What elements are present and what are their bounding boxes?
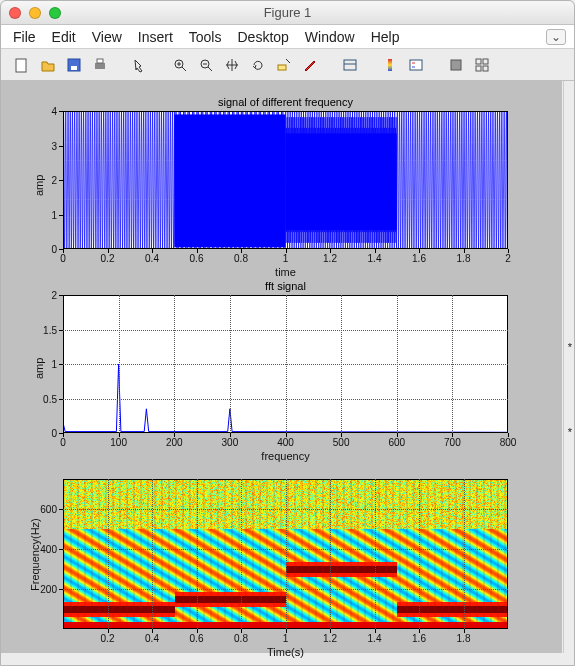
menu-overflow-icon[interactable]: ⌄: [546, 29, 566, 45]
svg-rect-20: [451, 60, 461, 70]
ylabel-signal: amp: [33, 175, 45, 196]
svg-rect-26: [286, 133, 397, 230]
legend-icon[interactable]: [405, 54, 427, 76]
svg-rect-16: [388, 59, 392, 71]
ylabel-fft: amp: [33, 358, 45, 379]
svg-rect-24: [483, 66, 488, 71]
arrow-icon[interactable]: [129, 54, 151, 76]
axes-fft[interactable]: fft signal 010020030040050060070080000.5…: [63, 295, 508, 433]
menu-window[interactable]: Window: [305, 29, 355, 45]
zoom-in-icon[interactable]: [169, 54, 191, 76]
print-icon[interactable]: [89, 54, 111, 76]
svg-rect-23: [476, 66, 481, 71]
svg-rect-22: [483, 59, 488, 64]
open-icon[interactable]: [37, 54, 59, 76]
brush-icon[interactable]: [299, 54, 321, 76]
data-cursor-icon[interactable]: [273, 54, 295, 76]
pan-icon[interactable]: [221, 54, 243, 76]
menubar: File Edit View Insert Tools Desktop Wind…: [1, 25, 574, 49]
xlabel-signal: time: [63, 266, 508, 278]
link-icon[interactable]: [339, 54, 361, 76]
svg-rect-17: [410, 60, 422, 70]
svg-line-13: [286, 59, 290, 63]
figure-window: Figure 1 File Edit View Insert Tools Des…: [0, 0, 575, 666]
right-gutter: * *: [563, 81, 574, 653]
signal-line: [63, 111, 508, 249]
svg-line-10: [208, 67, 212, 71]
axes-spectrogram[interactable]: 0.20.40.60.811.21.41.61.8200400600: [63, 479, 508, 629]
subplot-icon[interactable]: [471, 54, 493, 76]
svg-line-6: [182, 67, 186, 71]
new-figure-icon[interactable]: [11, 54, 33, 76]
svg-rect-0: [16, 59, 26, 72]
save-icon[interactable]: [63, 54, 85, 76]
menu-desktop[interactable]: Desktop: [237, 29, 288, 45]
star-marker: *: [568, 426, 572, 438]
svg-rect-12: [278, 65, 286, 70]
menu-insert[interactable]: Insert: [138, 29, 173, 45]
menu-edit[interactable]: Edit: [52, 29, 76, 45]
menu-view[interactable]: View: [92, 29, 122, 45]
figure-toolbar: [1, 49, 574, 81]
menu-file[interactable]: File: [13, 29, 36, 45]
colorbar-icon[interactable]: [379, 54, 401, 76]
svg-rect-25: [174, 114, 285, 247]
zoom-out-icon[interactable]: [195, 54, 217, 76]
xlabel-fft: frequency: [63, 450, 508, 462]
svg-rect-14: [344, 60, 356, 70]
svg-rect-2: [71, 66, 77, 70]
ylabel-spec: Frequency(Hz): [29, 518, 41, 591]
svg-rect-3: [95, 63, 105, 69]
dock-icon[interactable]: [445, 54, 467, 76]
menu-help[interactable]: Help: [371, 29, 400, 45]
figure-canvas: signal of different frequency 00.20.40.6…: [1, 81, 562, 653]
xlabel-spec: Time(s): [63, 646, 508, 658]
window-title: Figure 1: [1, 5, 574, 20]
menu-tools[interactable]: Tools: [189, 29, 222, 45]
axes-signal[interactable]: signal of different frequency 00.20.40.6…: [63, 111, 508, 249]
svg-rect-4: [97, 59, 103, 63]
star-marker: *: [568, 341, 572, 353]
svg-rect-21: [476, 59, 481, 64]
titlebar: Figure 1: [1, 1, 574, 25]
axes-title: signal of different frequency: [63, 96, 508, 108]
rotate-icon[interactable]: [247, 54, 269, 76]
axes-title-fft: fft signal: [63, 280, 508, 292]
